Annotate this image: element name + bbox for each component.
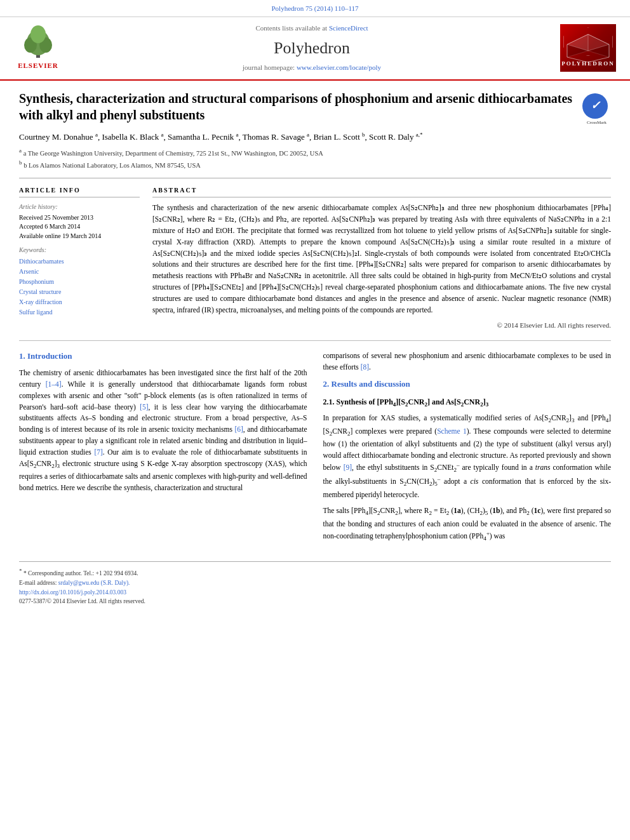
keyword-2[interactable]: Arsenic — [19, 267, 140, 277]
article-title-section: Synthesis, characterization and structur… — [19, 90, 611, 123]
abstract-paragraph: The synthesis and characterization of th… — [152, 203, 611, 316]
footer-copyright: 0277-5387/© 2014 Elsevier Ltd. All right… — [19, 597, 611, 606]
received-date: Received 25 November 2013 — [19, 213, 140, 223]
journal-citation-bar: Polyhedron 75 (2014) 110–117 — [0, 0, 630, 17]
svg-marker-5 — [567, 34, 609, 62]
body-right-column: comparisons of several new phosphonium a… — [323, 350, 612, 549]
page-footer: * * Corresponding author. Tel.: +1 202 9… — [19, 561, 611, 611]
email-link[interactable]: srdaly@gwu.edu (S.R. Daly). — [58, 580, 130, 586]
keyword-3[interactable]: Phosphonium — [19, 277, 140, 287]
keyword-5[interactable]: X-ray diffraction — [19, 297, 140, 307]
authors-line: Courtney M. Donahue a, Isabella K. Black… — [19, 131, 611, 143]
subsection-title: 2.1. Synthesis of [PPh4][S2CNR2] and As[… — [323, 397, 612, 409]
keyword-4[interactable]: Crystal structure — [19, 287, 140, 297]
journal-citation: Polyhedron 75 (2014) 110–117 — [272, 4, 359, 12]
elsevier-tree-icon — [19, 25, 57, 60]
abstract-copyright: © 2014 Elsevier Ltd. All rights reserved… — [152, 321, 611, 331]
affiliation-b: b b Los Alamos National Laboratory, Los … — [19, 159, 611, 170]
scheme-1-link[interactable]: Scheme 1 — [437, 427, 467, 435]
journal-homepage: journal homepage: www.elsevier.com/locat… — [64, 63, 560, 73]
polyhedron-logo-container: POLYHEDRON — [560, 24, 617, 72]
main-content: Synthesis, characterization and structur… — [0, 81, 630, 562]
info-abstract-section: ARTICLE INFO Article history: Received 2… — [19, 178, 611, 331]
journal-homepage-link[interactable]: www.elsevier.com/locate/poly — [297, 63, 381, 71]
section-divider — [19, 340, 611, 341]
ref-1-4[interactable]: [1–4] — [46, 380, 62, 388]
elsevier-branding: ELSEVIER — [13, 25, 64, 71]
svg-marker-7 — [567, 34, 588, 51]
results-paragraph-1: In preparation for XAS studies, a system… — [323, 413, 612, 500]
crossmark-icon: ✓ — [582, 93, 608, 119]
ref-8[interactable]: [8] — [361, 363, 369, 371]
corresponding-note: * * Corresponding author. Tel.: +1 202 9… — [19, 567, 611, 578]
keyword-1[interactable]: Dithiocarbamates — [19, 257, 140, 267]
affiliations: a a The George Washington University, De… — [19, 147, 611, 170]
article-title: Synthesis, characterization and structur… — [19, 90, 582, 123]
article-info-heading: ARTICLE INFO — [19, 186, 140, 198]
svg-marker-9 — [588, 44, 609, 57]
sciencedirect-label: Contents lists available at ScienceDirec… — [64, 23, 560, 34]
journal-title: Polyhedron — [64, 36, 560, 60]
keywords-section: Keywords: Dithiocarbamates Arsenic Phosp… — [19, 246, 140, 317]
ref-6[interactable]: [6] — [234, 425, 243, 433]
svg-point-4 — [30, 25, 46, 43]
introduction-paragraph: The chemistry of arsenic dithiocarbamate… — [19, 368, 307, 493]
email-note: E-mail address: srdaly@gwu.edu (S.R. Dal… — [19, 578, 611, 587]
introduction-title: 1. Introduction — [19, 350, 307, 363]
svg-marker-6 — [588, 34, 609, 51]
intro-continued: comparisons of several new phosphonium a… — [323, 350, 612, 373]
polyhedron-logo: POLYHEDRON — [560, 24, 616, 72]
svg-marker-8 — [567, 44, 588, 57]
subsection-title-text: Synthesis of [PPh4][S2CNR2] and As[S2CNR… — [337, 397, 489, 406]
abstract-text: The synthesis and characterization of th… — [152, 203, 611, 316]
keywords-label: Keywords: — [19, 246, 140, 255]
polyhedron-logo-image — [566, 33, 610, 63]
keyword-6[interactable]: Sulfur ligand — [19, 307, 140, 317]
page-container: Polyhedron 75 (2014) 110–117 ELSEVIER Co… — [0, 0, 630, 611]
accepted-date: Accepted 6 March 2014 — [19, 222, 140, 232]
abstract-heading: ABSTRACT — [152, 186, 611, 198]
sciencedirect-link[interactable]: ScienceDirect — [329, 24, 368, 32]
crossmark-badge[interactable]: ✓ CrossMark — [582, 93, 611, 122]
polyhedron-logo-text: POLYHEDRON — [561, 60, 615, 68]
doi-link[interactable]: http://dx.doi.org/10.1016/j.poly.2014.03… — [19, 589, 611, 597]
ref-7[interactable]: [7] — [94, 448, 102, 456]
results-paragraph-2: The salts [PPh4][S2CNR2], where R2 = Et2… — [323, 505, 612, 543]
article-history-label: Article history: — [19, 203, 140, 212]
elsevier-logo: ELSEVIER — [13, 25, 64, 71]
abstract-column: ABSTRACT The synthesis and characterizat… — [152, 186, 611, 331]
body-content: 1. Introduction The chemistry of arsenic… — [19, 350, 611, 549]
ref-9[interactable]: [9] — [344, 463, 352, 471]
journal-center-info: Contents lists available at ScienceDirec… — [64, 23, 560, 73]
journal-header: ELSEVIER Contents lists available at Sci… — [0, 17, 630, 81]
body-left-column: 1. Introduction The chemistry of arsenic… — [19, 350, 307, 549]
crossmark-label: CrossMark — [582, 119, 611, 126]
elsevier-name: ELSEVIER — [18, 61, 58, 71]
ref-5[interactable]: [5] — [140, 403, 148, 411]
affiliation-a: a a The George Washington University, De… — [19, 147, 611, 158]
article-dates: Received 25 November 2013 Accepted 6 Mar… — [19, 213, 140, 241]
article-info-column: ARTICLE INFO Article history: Received 2… — [19, 186, 140, 331]
results-title: 2. Results and discussion — [323, 378, 612, 390]
online-date: Available online 19 March 2014 — [19, 232, 140, 241]
